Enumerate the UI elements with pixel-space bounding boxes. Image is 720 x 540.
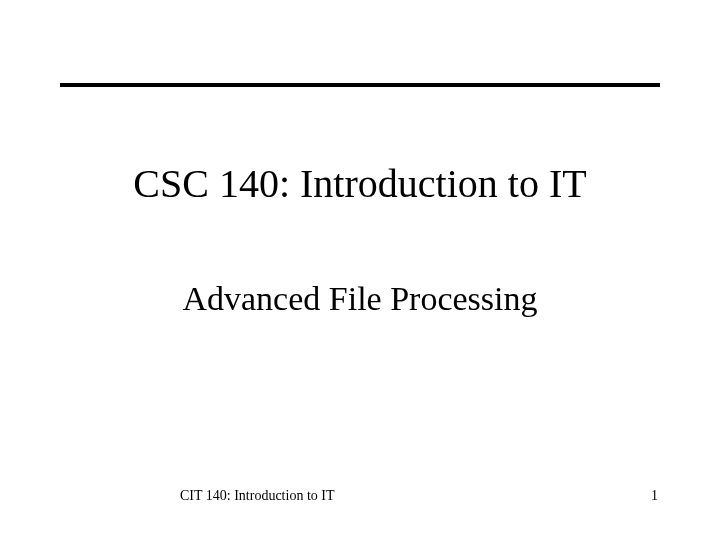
footer-text: CIT 140: Introduction to IT — [180, 488, 335, 504]
slide: CSC 140: Introduction to IT Advanced Fil… — [0, 0, 720, 540]
horizontal-divider — [60, 83, 660, 87]
page-number: 1 — [651, 488, 658, 504]
slide-subtitle: Advanced File Processing — [0, 280, 720, 318]
slide-title: CSC 140: Introduction to IT — [0, 160, 720, 207]
